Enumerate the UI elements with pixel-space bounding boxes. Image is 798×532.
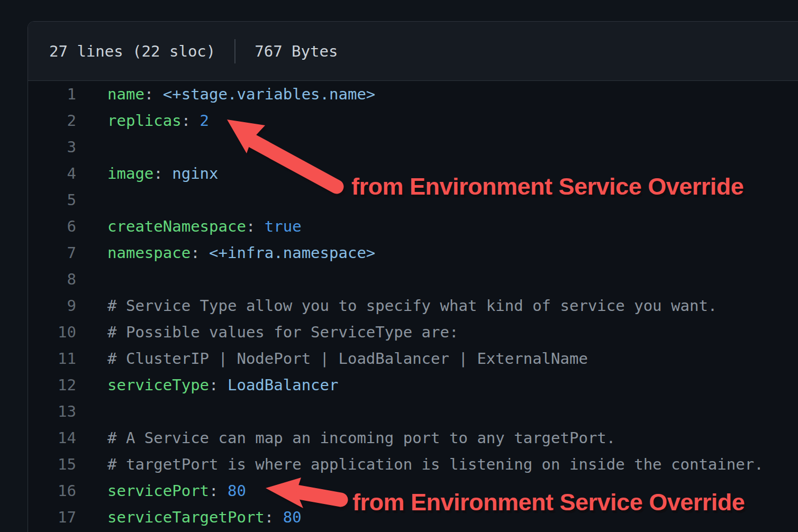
code-line: 4image: nginx [28, 160, 798, 187]
code-token-punct: : [209, 376, 228, 394]
line-number[interactable]: 17 [28, 508, 76, 526]
line-number[interactable]: 3 [28, 138, 76, 156]
code-line: 9# Service Type allow you to specify wha… [28, 292, 798, 319]
code-line: 15# targetPort is where application is l… [28, 451, 798, 478]
line-number[interactable]: 5 [28, 191, 76, 209]
code-token-num: true [265, 217, 302, 235]
code-token-key: createNamespace [107, 217, 246, 235]
line-number[interactable]: 10 [28, 323, 76, 341]
code-text: serviceType: LoadBalancer [107, 376, 339, 394]
line-number[interactable]: 7 [28, 244, 76, 262]
code-line: 10# Possible values for ServiceType are: [28, 319, 798, 345]
line-number[interactable]: 8 [28, 270, 76, 288]
code-text: # ClusterIP | NodePort | LoadBalancer | … [107, 350, 588, 368]
code-token-comment: # A Service can map an incoming port to … [107, 429, 615, 447]
line-number[interactable]: 11 [28, 350, 76, 368]
code-line: 2replicas: 2 [28, 107, 798, 134]
file-size: 767 Bytes [255, 42, 338, 60]
code-text: # targetPort is where application is lis… [107, 455, 764, 473]
code-text: # A Service can map an incoming port to … [107, 429, 615, 447]
code-token-punct: : [209, 482, 228, 500]
line-number[interactable]: 2 [28, 112, 76, 130]
code-token-num: 80 [283, 508, 302, 526]
code-line: 5 [28, 187, 798, 213]
code-token-num: 80 [228, 482, 246, 500]
code-text: createNamespace: true [107, 217, 302, 235]
code-text: # Service Type allow you to specify what… [107, 297, 717, 315]
code-line: 16servicePort: 80 [28, 478, 798, 504]
code-line: 13 [28, 398, 798, 425]
code-token-punct: : [144, 85, 163, 103]
code-line: 7namespace: <+infra.namespace> [28, 240, 798, 266]
code-text: # Possible values for ServiceType are: [107, 323, 458, 341]
code-token-key: replicas [107, 112, 182, 130]
code-token-str: LoadBalancer [228, 376, 339, 394]
file-info-bar: 27 lines (22 sloc) 767 Bytes [28, 22, 798, 81]
code-line: 14# A Service can map an incoming port t… [28, 425, 798, 451]
code-token-comment: # Possible values for ServiceType are: [107, 323, 458, 341]
file-viewer-card: 27 lines (22 sloc) 767 Bytes 1name: <+st… [28, 21, 798, 532]
code-line: 11# ClusterIP | NodePort | LoadBalancer … [28, 345, 798, 372]
line-number[interactable]: 14 [28, 429, 76, 447]
code-token-comment: # targetPort is where application is lis… [107, 455, 764, 473]
line-number[interactable]: 13 [28, 402, 76, 420]
code-line: 12serviceType: LoadBalancer [28, 372, 798, 398]
code-token-punct: : [153, 164, 172, 182]
code-token-punct: : [191, 244, 209, 262]
code-token-comment: # Service Type allow you to specify what… [107, 297, 717, 315]
code-text: namespace: <+infra.namespace> [107, 244, 375, 262]
code-token-str: <+infra.namespace> [209, 244, 375, 262]
line-number[interactable]: 16 [28, 482, 76, 500]
code-text: name: <+stage.variables.name> [107, 85, 375, 103]
code-token-str: nginx [172, 164, 218, 182]
code-text: servicePort: 80 [107, 482, 246, 500]
code-line: 1name: <+stage.variables.name> [28, 81, 798, 107]
code-token-key: name [107, 85, 144, 103]
code-token-punct: : [246, 217, 265, 235]
code-line: 17serviceTargetPort: 80 [28, 504, 798, 530]
line-number[interactable]: 12 [28, 376, 76, 394]
code-token-str: <+stage.variables.name> [163, 85, 376, 103]
code-token-key: serviceTargetPort [107, 508, 265, 526]
code-line: 6createNamespace: true [28, 213, 798, 240]
line-number[interactable]: 9 [28, 297, 76, 315]
file-lines-count: 27 lines (22 sloc) [49, 42, 215, 60]
code-token-punct: : [265, 508, 283, 526]
code-line: 3 [28, 134, 798, 160]
code-token-key: image [107, 164, 153, 182]
line-number[interactable]: 1 [28, 85, 76, 103]
code-token-key: serviceType [107, 376, 209, 394]
code-token-key: servicePort [107, 482, 209, 500]
code-token-key: namespace [107, 244, 191, 262]
line-number[interactable]: 4 [28, 164, 76, 182]
code-text: image: nginx [107, 164, 219, 182]
code-text: serviceTargetPort: 80 [107, 508, 302, 526]
code-line: 8 [28, 266, 798, 292]
code-lines: 1name: <+stage.variables.name>2replicas:… [28, 81, 798, 530]
code-token-punct: : [182, 112, 200, 130]
code-token-num: 2 [200, 112, 209, 130]
header-divider [234, 39, 235, 63]
code-text: replicas: 2 [107, 112, 209, 130]
line-number[interactable]: 6 [28, 217, 76, 235]
code-token-comment: # ClusterIP | NodePort | LoadBalancer | … [107, 350, 588, 368]
line-number[interactable]: 15 [28, 455, 76, 473]
